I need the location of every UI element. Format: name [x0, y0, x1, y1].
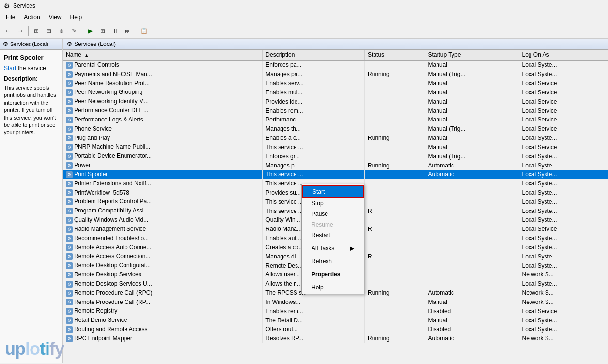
- table-row[interactable]: ⚙PowerManages p...RunningAutomaticLocal …: [63, 161, 608, 170]
- cell-logon: Local Syste...: [519, 325, 608, 334]
- cell-desc: Manages th...: [263, 124, 365, 134]
- table-row[interactable]: ⚙Performance Counter DLL ...Enables rem.…: [63, 106, 608, 115]
- cell-status: Running: [365, 134, 425, 143]
- cell-startup: [425, 261, 519, 270]
- cell-name: ⚙Peer Networking Grouping: [63, 88, 263, 97]
- cell-name: ⚙Performance Logs & Alerts: [63, 115, 263, 124]
- table-row[interactable]: ⚙Remote RegistryEnables rem...DisabledLo…: [63, 306, 608, 316]
- context-menu-item-help[interactable]: Help: [302, 282, 364, 293]
- table-row[interactable]: ⚙Parental ControlsEnforces pa...ManualLo…: [63, 60, 608, 70]
- cell-status: [365, 197, 425, 206]
- cell-logon: Local Syste...: [519, 60, 608, 70]
- context-menu-item-start[interactable]: Start: [302, 185, 364, 198]
- col-logon[interactable]: Log On As: [519, 50, 608, 60]
- cell-name: ⚙Printer Extensions and Notif...: [63, 179, 263, 188]
- cell-logon: Local Service: [519, 88, 608, 97]
- cell-name: ⚙Routing and Remote Access: [63, 325, 263, 334]
- right-panel-icon: ⚙: [67, 41, 72, 47]
- cell-logon: Network S...: [519, 270, 608, 279]
- context-menu-item-properties[interactable]: Properties: [302, 269, 364, 280]
- toolbar-play[interactable]: ⊞: [97, 25, 109, 37]
- left-panel-header: ⚙ Services (Local): [0, 39, 62, 50]
- menu-view[interactable]: View: [45, 13, 65, 22]
- cell-name: ⚙Power: [63, 161, 263, 170]
- context-menu-sep: [302, 281, 364, 281]
- table-row[interactable]: ⚙RPC Endpoint MapperResolves RP...Runnin…: [63, 334, 608, 343]
- toolbar-up[interactable]: ⊞: [31, 25, 42, 37]
- cell-startup: Automatic: [425, 334, 519, 343]
- context-menu-item-label: All Tasks: [312, 245, 334, 252]
- left-panel-icon: ⚙: [3, 41, 8, 47]
- table-row[interactable]: ⚙Peer Name Resolution Prot...Enables ser…: [63, 79, 608, 88]
- cell-startup: [425, 179, 519, 188]
- cell-logon: Local Service: [519, 142, 608, 152]
- cell-desc: Enables serv...: [263, 79, 365, 88]
- context-menu-item-label: Resume: [312, 221, 333, 228]
- context-menu-item-refresh[interactable]: Refresh: [302, 256, 364, 267]
- table-row[interactable]: ⚙Portable Device Enumerator...Enforces g…: [63, 152, 608, 161]
- left-panel-title: Services (Local): [10, 41, 48, 47]
- context-menu-item-all-tasks[interactable]: All Tasks▶: [302, 243, 364, 254]
- table-row[interactable]: ⚙Peer Networking GroupingEnables mul...M…: [63, 88, 608, 97]
- cell-logon: Local Syste...: [519, 206, 608, 215]
- context-menu-item-pause[interactable]: Pause: [302, 209, 364, 219]
- cell-status: [365, 60, 425, 70]
- table-row[interactable]: ⚙Performance Logs & AlertsPerformanc...M…: [63, 115, 608, 124]
- table-row[interactable]: ⚙PNRP Machine Name Publi...This service …: [63, 142, 608, 152]
- menu-file[interactable]: File: [2, 13, 19, 22]
- col-startup[interactable]: Startup Type: [425, 50, 519, 60]
- context-menu-item-restart[interactable]: Restart: [302, 230, 364, 241]
- cell-status: [365, 243, 425, 252]
- col-description[interactable]: Description: [263, 50, 365, 60]
- context-menu-item-resume: Resume: [302, 219, 364, 230]
- cell-startup: Manual (Trig...: [425, 152, 519, 161]
- context-menu-item-stop[interactable]: Stop: [302, 198, 364, 209]
- cell-status: [365, 234, 425, 243]
- cell-name: ⚙Remote Registry: [63, 306, 263, 316]
- table-row[interactable]: ⚙Remote Procedure Call (RP...In Windows.…: [63, 298, 608, 307]
- toolbar-pause[interactable]: ⏸: [109, 25, 121, 37]
- menu-action[interactable]: Action: [20, 13, 44, 22]
- cell-logon: Local Service: [519, 115, 608, 124]
- table-row[interactable]: ⚙Print SpoolerThis service ...AutomaticL…: [63, 170, 608, 179]
- cell-logon: Local Service: [519, 106, 608, 115]
- cell-status: Running: [365, 334, 425, 343]
- table-row[interactable]: ⚙Peer Networking Identity M...Provides i…: [63, 97, 608, 106]
- cell-logon: Network S...: [519, 298, 608, 307]
- menu-help[interactable]: Help: [66, 13, 86, 22]
- cell-desc: Resolves RP...: [263, 334, 365, 343]
- toolbar-sep-3: [136, 26, 136, 36]
- cell-logon: Local Service: [519, 124, 608, 134]
- cell-logon: Local Syste...: [519, 134, 608, 143]
- cell-startup: [425, 270, 519, 279]
- toolbar-forward[interactable]: →: [15, 25, 26, 37]
- cell-startup: Automatic: [425, 170, 519, 179]
- col-name[interactable]: Name ▲: [63, 50, 263, 60]
- table-row[interactable]: ⚙Routing and Remote AccessOffers rout...…: [63, 325, 608, 334]
- context-menu-item-label: Help: [312, 284, 324, 291]
- toolbar-new[interactable]: ▶: [84, 25, 96, 37]
- table-row[interactable]: ⚙Plug and PlayEnables a c...RunningManua…: [63, 134, 608, 143]
- cell-desc: Enables a c...: [263, 134, 365, 143]
- toolbar-show[interactable]: ⊟: [43, 25, 55, 37]
- cell-name: ⚙Remote Desktop Configurat...: [63, 261, 263, 270]
- toolbar-export[interactable]: ✎: [68, 25, 80, 37]
- toolbar-back[interactable]: ←: [2, 25, 14, 37]
- cell-status: Running: [365, 161, 425, 170]
- toolbar-stop[interactable]: ⏭: [122, 25, 134, 37]
- table-row[interactable]: ⚙Payments and NFC/SE Man...Manages pa...…: [63, 70, 608, 79]
- cell-status: [365, 188, 425, 197]
- table-row[interactable]: ⚙Retail Demo ServiceThe Retail D...Manua…: [63, 316, 608, 325]
- table-row[interactable]: ⚙Phone ServiceManages th...Manual (Trig.…: [63, 124, 608, 134]
- toolbar-properties[interactable]: 📋: [138, 25, 150, 37]
- cell-name: ⚙Print Spooler: [63, 170, 263, 179]
- col-status[interactable]: Status: [365, 50, 425, 60]
- right-panel-title: Services (Local): [74, 41, 116, 47]
- start-link[interactable]: Start: [4, 65, 16, 72]
- cell-name: ⚙Portable Device Enumerator...: [63, 152, 263, 161]
- toolbar-map[interactable]: ⊕: [56, 25, 67, 37]
- cell-name: ⚙Peer Name Resolution Prot...: [63, 79, 263, 88]
- cell-name: ⚙Remote Access Connection...: [63, 252, 263, 261]
- cell-name: ⚙Recommended Troublesho...: [63, 234, 263, 243]
- cell-desc: The Retail D...: [263, 316, 365, 325]
